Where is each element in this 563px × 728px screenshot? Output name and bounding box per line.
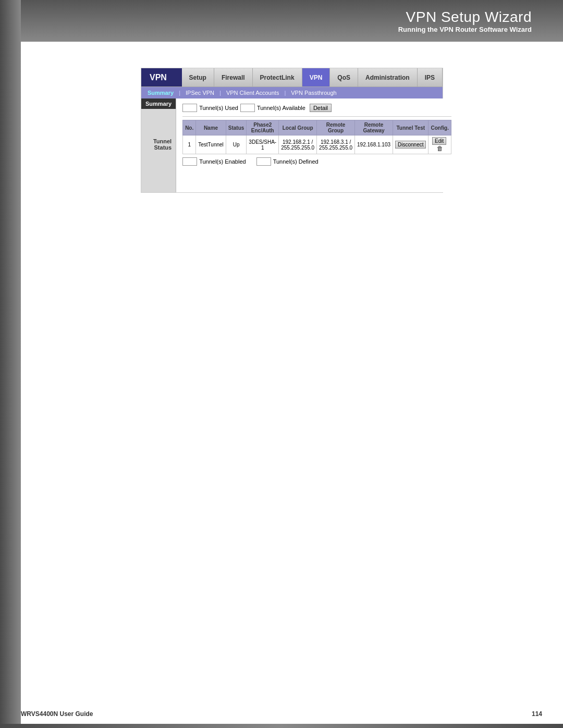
tunnels-used-input[interactable]: 1	[182, 104, 197, 112]
router-nav-top: VPN Setup Firewall ProtectLink VPN QoS A…	[141, 68, 443, 87]
page-subtitle: Running the VPN Router Software Wizard	[398, 26, 532, 33]
row-tunnel-test: Disconnect	[393, 135, 429, 154]
col-status: Status	[226, 120, 247, 135]
table-row: 1 TestTunnel Up 3DES/SHA-1 192.168.2.1 /…	[183, 135, 451, 154]
delete-icon[interactable]: 🗑	[437, 145, 443, 152]
col-remote-group: Remote Group	[317, 120, 355, 135]
router-main: 1 Tunnel(s) Used 4 Tunnel(s) Available D…	[176, 98, 458, 192]
tunnels-defined-input[interactable]: 1	[256, 157, 271, 166]
router-ui: VPN Setup Firewall ProtectLink VPN QoS A…	[141, 68, 443, 193]
col-phase2: Phase2 Enc/Auth	[247, 120, 279, 135]
col-local-group: Local Group	[279, 120, 317, 135]
subnav-sep-1: |	[178, 90, 181, 96]
row-config: Edit 🗑	[429, 135, 451, 154]
row-remote-gateway: 192.168.1.103	[355, 135, 393, 154]
subnav-sep-2: |	[218, 90, 222, 96]
nav-items: Setup Firewall ProtectLink VPN QoS Admin…	[182, 68, 443, 87]
nav-item-ips[interactable]: IPS	[418, 68, 443, 87]
nav-item-vpn[interactable]: VPN	[302, 68, 331, 87]
tunnels-used-label: Tunnel(s) Used	[199, 105, 238, 111]
nav-item-protectlink[interactable]: ProtectLink	[253, 68, 302, 87]
edit-button[interactable]: Edit	[432, 137, 446, 145]
tunnels-available-label: Tunnel(s) Available	[257, 105, 305, 111]
main-content: VPN Setup Firewall ProtectLink VPN QoS A…	[21, 42, 563, 208]
page-header: VPN Setup Wizard Running the VPN Router …	[0, 0, 563, 42]
disconnect-button[interactable]: Disconnect	[395, 141, 426, 149]
page-title: VPN Setup Wizard	[406, 9, 532, 26]
side-decoration	[0, 0, 21, 728]
router-brand: VPN	[141, 68, 182, 87]
subnav-ipsec[interactable]: IPSec VPN	[181, 87, 218, 98]
tunnel-count-row: 1 Tunnel(s) Used 4 Tunnel(s) Available D…	[182, 104, 451, 112]
col-config: Config.	[429, 120, 451, 135]
tunnels-enabled-input[interactable]: 1	[182, 157, 197, 166]
row-phase2: 3DES/SHA-1	[247, 135, 279, 154]
row-name: TestTunnel	[196, 135, 226, 154]
subnav-passthrough[interactable]: VPN Passthrough	[287, 87, 340, 98]
sidebar-summary-label: Summary	[141, 98, 176, 109]
subnav-client-accounts[interactable]: VPN Client Accounts	[222, 87, 284, 98]
router-sub-nav: Summary | IPSec VPN | VPN Client Account…	[141, 87, 443, 98]
divider	[182, 116, 451, 117]
router-sidebar: Summary Tunnel Status	[141, 98, 176, 192]
nav-item-administration[interactable]: Administration	[358, 68, 418, 87]
nav-item-firewall[interactable]: Firewall	[214, 68, 253, 87]
nav-item-qos[interactable]: QoS	[330, 68, 358, 87]
footer-left: WRVS4400N User Guide	[21, 710, 93, 718]
col-tunnel-test: Tunnel Test	[393, 120, 429, 135]
tunnels-enabled-label: Tunnel(s) Enabled	[199, 158, 246, 165]
bottom-row: 1 Tunnel(s) Enabled 1 Tunnel(s) Defined	[182, 157, 451, 166]
detail-button[interactable]: Detail	[310, 104, 332, 112]
subnav-summary[interactable]: Summary	[143, 87, 178, 98]
tunnels-available-input[interactable]: 4	[240, 104, 255, 112]
row-local-group: 192.168.2.1 / 255.255.255.0	[279, 135, 317, 154]
tunnel-table: No. Name Status Phase2 Enc/Auth Local Gr…	[182, 120, 451, 154]
col-remote-gw: Remote Gateway	[355, 120, 393, 135]
subnav-sep-3: |	[283, 90, 287, 96]
row-remote-group: 192.168.3.1 / 255.255.255.0	[317, 135, 355, 154]
row-status: Up	[226, 135, 247, 154]
row-no: 1	[183, 135, 196, 154]
page-footer: WRVS4400N User Guide 114	[21, 710, 542, 718]
bottom-bar	[0, 724, 563, 728]
sidebar-tunnel-status-label: Tunnel Status	[141, 135, 176, 154]
col-name: Name	[196, 120, 226, 135]
nav-item-setup[interactable]: Setup	[182, 68, 214, 87]
footer-right: 114	[532, 710, 542, 718]
col-no: No.	[183, 120, 196, 135]
tunnels-defined-label: Tunnel(s) Defined	[273, 158, 319, 165]
router-content: Summary Tunnel Status 1 Tunnel(s) Used 4…	[141, 98, 443, 192]
